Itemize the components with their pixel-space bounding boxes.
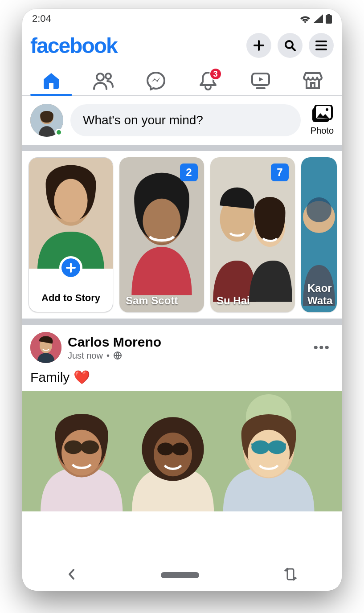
rotate-icon bbox=[284, 568, 297, 581]
story-name: Kaor Wata bbox=[307, 282, 331, 307]
battery-icon bbox=[326, 14, 332, 24]
wifi-icon bbox=[300, 14, 311, 23]
globe-icon bbox=[113, 351, 122, 360]
post-author-name[interactable]: Carlos Moreno bbox=[68, 335, 303, 350]
svg-rect-1 bbox=[326, 15, 332, 24]
post-text: Family ❤️ bbox=[22, 363, 342, 391]
user-avatar[interactable] bbox=[30, 104, 63, 137]
photo-label: Photo bbox=[311, 126, 334, 136]
post-meta-row: Just now • bbox=[68, 351, 303, 361]
chevron-left-icon bbox=[67, 568, 76, 580]
story-item[interactable]: 2 Sam Scott bbox=[119, 157, 204, 312]
post-timestamp: Just now bbox=[68, 351, 103, 361]
meta-separator: • bbox=[106, 351, 110, 361]
tab-marketplace[interactable] bbox=[287, 66, 339, 95]
signal-icon bbox=[313, 14, 323, 23]
story-item[interactable]: 7 Su Hai bbox=[210, 157, 295, 312]
story-item[interactable]: Kaor Wata bbox=[301, 157, 337, 312]
svg-point-11 bbox=[326, 108, 328, 111]
svg-point-17 bbox=[143, 199, 180, 244]
post-header: Carlos Moreno Just now • ••• bbox=[22, 332, 342, 363]
tab-watch[interactable] bbox=[234, 66, 287, 95]
system-navbar bbox=[22, 560, 342, 591]
nav-back-button[interactable] bbox=[62, 563, 82, 588]
story-name: Sam Scott bbox=[126, 294, 198, 307]
story-add[interactable]: Add to Story bbox=[29, 157, 113, 312]
svg-point-14 bbox=[54, 179, 87, 222]
app-header: facebook bbox=[22, 29, 342, 66]
add-story-label: Add to Story bbox=[29, 292, 113, 304]
tab-friends[interactable] bbox=[78, 66, 130, 95]
composer-photo-button[interactable]: Photo bbox=[308, 105, 334, 136]
device-frame: 2:04 facebook bbox=[22, 9, 342, 591]
photo-icon bbox=[311, 105, 333, 124]
menu-button[interactable] bbox=[309, 33, 334, 58]
post-author-avatar[interactable] bbox=[30, 332, 61, 363]
search-icon bbox=[284, 39, 296, 52]
search-button[interactable] bbox=[278, 33, 303, 58]
nav-home-pill[interactable] bbox=[161, 572, 199, 578]
svg-rect-0 bbox=[327, 14, 330, 15]
nav-switch-button[interactable] bbox=[279, 562, 302, 588]
story-count-badge: 7 bbox=[271, 163, 289, 181]
svg-point-23 bbox=[307, 197, 331, 222]
tab-notifications[interactable]: 3 bbox=[182, 66, 235, 95]
top-tabs: 3 bbox=[22, 66, 342, 96]
marketplace-icon bbox=[303, 71, 323, 90]
messenger-icon bbox=[146, 71, 166, 90]
svg-point-33 bbox=[81, 440, 99, 454]
post-image[interactable] bbox=[22, 391, 342, 511]
svg-rect-42 bbox=[287, 569, 294, 580]
svg-point-41 bbox=[268, 440, 286, 454]
post-more-button[interactable]: ••• bbox=[310, 336, 334, 359]
svg-point-40 bbox=[251, 440, 270, 454]
hamburger-icon bbox=[315, 41, 327, 50]
status-time: 2:04 bbox=[32, 13, 51, 25]
tab-messenger[interactable] bbox=[130, 66, 182, 95]
svg-point-37 bbox=[172, 443, 188, 456]
svg-point-3 bbox=[97, 74, 104, 81]
plus-icon bbox=[59, 256, 82, 279]
status-bar: 2:04 bbox=[22, 9, 342, 29]
feed-post: Carlos Moreno Just now • ••• Family ❤️ bbox=[22, 325, 342, 511]
home-icon bbox=[42, 71, 61, 90]
stories-row[interactable]: Add to Story 2 Sam Scott 7 Su Hai Kaor W… bbox=[22, 151, 342, 325]
svg-point-39 bbox=[248, 430, 290, 478]
composer: What's on your mind? Photo bbox=[22, 96, 342, 151]
story-count-badge: 2 bbox=[180, 163, 198, 181]
online-dot-icon bbox=[55, 129, 62, 136]
notifications-badge: 3 bbox=[209, 68, 222, 80]
svg-point-32 bbox=[64, 440, 82, 454]
composer-input[interactable]: What's on your mind? bbox=[70, 104, 301, 136]
friends-icon bbox=[93, 71, 114, 90]
status-icons bbox=[300, 14, 332, 24]
plus-icon bbox=[253, 39, 265, 52]
watch-icon bbox=[250, 72, 271, 90]
create-button[interactable] bbox=[246, 33, 271, 58]
story-name: Su Hai bbox=[217, 294, 289, 307]
tab-home[interactable] bbox=[25, 66, 78, 95]
svg-point-4 bbox=[106, 74, 111, 79]
composer-placeholder: What's on your mind? bbox=[83, 113, 203, 127]
svg-point-36 bbox=[157, 443, 174, 456]
facebook-logo: facebook bbox=[30, 33, 117, 58]
